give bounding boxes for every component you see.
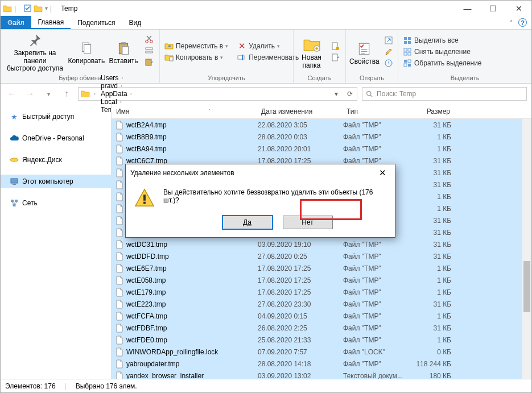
cut-icon[interactable] xyxy=(145,35,154,44)
file-row[interactable]: wctFDBF.tmp26.08.2020 2:25Файл "TMP"31 К… xyxy=(112,322,531,334)
tab-file[interactable]: Файл xyxy=(1,16,31,29)
file-icon xyxy=(115,324,124,333)
new-item-icon[interactable] xyxy=(331,42,340,51)
file-row[interactable]: wctBA94.tmp21.08.2020 20:01Файл "TMP"1 К… xyxy=(112,143,531,155)
search-input[interactable]: Поиск: Temp xyxy=(362,87,527,101)
copy-path-icon[interactable] xyxy=(145,46,154,55)
sidebar-network[interactable]: Сеть xyxy=(1,196,111,210)
file-row[interactable]: wctFDE0.tmp25.08.2020 21:33Файл "TMP"1 К… xyxy=(112,334,531,346)
invert-selection-button[interactable]: Обратить выделение xyxy=(402,58,483,68)
svg-rect-12 xyxy=(238,56,244,59)
scrollbar[interactable] xyxy=(522,119,531,379)
col-name[interactable]: Имя ˄ xyxy=(112,107,257,115)
file-row[interactable]: wctDDFD.tmp27.08.2020 0:25Файл "TMP"31 К… xyxy=(112,250,531,262)
file-row[interactable]: wctFCFA.tmp04.09.2020 0:15Файл "TMP"1 КБ xyxy=(112,310,531,322)
svg-point-34 xyxy=(10,158,18,162)
file-name: wctFDBF.tmp xyxy=(126,324,258,332)
qa-folder-icon[interactable] xyxy=(34,4,43,13)
col-size[interactable]: Размер xyxy=(410,107,456,115)
close-button[interactable]: ✕ xyxy=(506,1,531,16)
svg-rect-23 xyxy=(404,41,407,44)
file-row[interactable]: wctE6E7.tmp17.08.2020 17:25Файл "TMP"1 К… xyxy=(112,262,531,274)
tab-share[interactable]: Поделиться xyxy=(71,16,122,29)
breadcrumb-segment[interactable]: Users› xyxy=(100,74,135,82)
svg-rect-36 xyxy=(13,184,16,185)
file-size: 1 КБ xyxy=(411,193,457,201)
pin-label: Закрепить на панели быстрого доступа xyxy=(4,49,66,72)
svg-point-16 xyxy=(336,47,339,50)
col-type[interactable]: Тип xyxy=(342,107,410,115)
file-row[interactable]: WINWORDApp_rollingfile.lock07.09.2020 7:… xyxy=(112,346,531,358)
select-none-button[interactable]: Снять выделение xyxy=(402,47,483,57)
file-name: wctB8B9.tmp xyxy=(126,133,258,141)
select-all-button[interactable]: Выделить все xyxy=(402,35,483,45)
svg-rect-4 xyxy=(121,42,126,44)
copy-to-button[interactable]: Копировать в ▾ xyxy=(163,52,229,63)
breadcrumb-root-chevron[interactable]: › xyxy=(91,91,98,97)
rename-button[interactable]: Переименовать xyxy=(236,52,300,63)
nav-up-button[interactable]: ↑ xyxy=(60,87,73,101)
file-icon xyxy=(115,348,124,357)
new-folder-icon xyxy=(303,36,320,54)
breadcrumb-segment[interactable]: AppData› xyxy=(100,90,135,98)
file-size: 31 КБ xyxy=(411,229,457,237)
file-row[interactable]: yandex_browser_installer03.09.2020 13:02… xyxy=(112,370,531,379)
minimize-button[interactable]: — xyxy=(455,1,480,16)
file-type: Файл "TMP" xyxy=(343,288,411,296)
sidebar-onedrive[interactable]: OneDrive - Personal xyxy=(1,131,111,145)
qa-properties-icon[interactable] xyxy=(24,5,31,13)
invert-selection-icon xyxy=(403,59,412,68)
paste-button[interactable]: Вставить xyxy=(107,37,140,65)
scroll-thumb[interactable] xyxy=(523,261,530,312)
file-row[interactable]: wctDC31.tmp03.09.2020 19:10Файл "TMP"31 … xyxy=(112,238,531,250)
copy-button[interactable]: Копировать xyxy=(68,37,105,65)
dialog-no-button[interactable]: Нет xyxy=(283,216,333,229)
maximize-button[interactable]: ☐ xyxy=(480,1,506,16)
move-to-button[interactable]: Переместить в ▾ xyxy=(163,41,229,51)
nav-recent-button[interactable]: ▾ xyxy=(42,87,55,101)
file-type: Файл "TMP" xyxy=(343,133,411,141)
tab-home[interactable]: Главная xyxy=(31,16,71,29)
col-date[interactable]: Дата изменения xyxy=(257,107,342,115)
group-select-label: Выделить xyxy=(398,73,531,83)
dialog-close-button[interactable]: ✕ xyxy=(374,167,390,179)
ribbon-collapse-icon[interactable]: ˄ xyxy=(510,19,513,26)
sidebar-this-pc[interactable]: Этот компьютер xyxy=(1,175,111,188)
properties-button[interactable]: Свойства xyxy=(349,38,380,65)
refresh-button[interactable]: ⟳ xyxy=(343,88,357,100)
dialog-yes-button[interactable]: Да xyxy=(222,216,273,229)
file-row[interactable]: wctB8B9.tmp28.08.2020 0:03Файл "TMP"1 КБ xyxy=(112,131,531,143)
history-icon[interactable] xyxy=(384,59,393,68)
sidebar-quick-access[interactable]: ★ Быстрый доступ xyxy=(1,110,111,123)
svg-rect-31 xyxy=(404,64,407,67)
sidebar-yandex-disk[interactable]: Яндекс.Диск xyxy=(1,153,111,167)
pin-quick-access-button[interactable]: Закрепить на панели быстрого доступа xyxy=(4,29,66,72)
easy-access-icon[interactable] xyxy=(331,53,340,62)
nav-forward-button[interactable]: → xyxy=(23,87,37,101)
file-size: 0 КБ xyxy=(411,348,457,356)
edit-icon[interactable] xyxy=(384,47,393,56)
file-row[interactable]: yabroupdater.tmp28.08.2020 14:18Файл "TM… xyxy=(112,358,531,370)
paste-shortcut-icon[interactable] xyxy=(145,57,154,67)
help-icon[interactable]: ? xyxy=(518,18,527,27)
tab-view[interactable]: Вид xyxy=(122,16,148,29)
sidebar: ★ Быстрый доступ OneDrive - Personal Янд… xyxy=(1,104,112,379)
select-all-icon xyxy=(403,36,412,45)
file-row[interactable]: wctB2A4.tmp22.08.2020 3:05Файл "TMP"31 К… xyxy=(112,119,531,131)
svg-rect-2 xyxy=(84,44,91,53)
new-folder-button[interactable]: Новая папка xyxy=(297,34,326,69)
delete-button[interactable]: ✕ Удалить ▾ xyxy=(236,41,300,51)
statusbar: Элементов: 176 | Выбрано 176 элем. xyxy=(1,379,531,392)
column-headers: Имя ˄ Дата изменения Тип Размер xyxy=(112,104,531,119)
file-row[interactable]: wctE179.tmp17.08.2020 17:25Файл "TMP"1 К… xyxy=(112,286,531,298)
address-bar[interactable]: › Users›pravd›AppData›Local›Temp› ▾ ⟳ xyxy=(78,87,357,101)
address-dropdown-button[interactable]: ▾ xyxy=(329,88,343,100)
file-date: 17.08.2020 17:25 xyxy=(258,288,343,296)
nav-back-button[interactable]: ← xyxy=(5,87,19,101)
file-type: Файл "TMP" xyxy=(343,276,411,284)
qa-overflow-icon[interactable]: ▾ xyxy=(45,5,48,11)
file-row[interactable]: wctE223.tmp27.08.2020 23:30Файл "TMP"31 … xyxy=(112,298,531,310)
file-row[interactable]: wctE058.tmp17.08.2020 17:25Файл "TMP"1 К… xyxy=(112,274,531,286)
open-icon[interactable] xyxy=(384,36,393,45)
breadcrumb-segment[interactable]: pravd› xyxy=(100,82,135,90)
